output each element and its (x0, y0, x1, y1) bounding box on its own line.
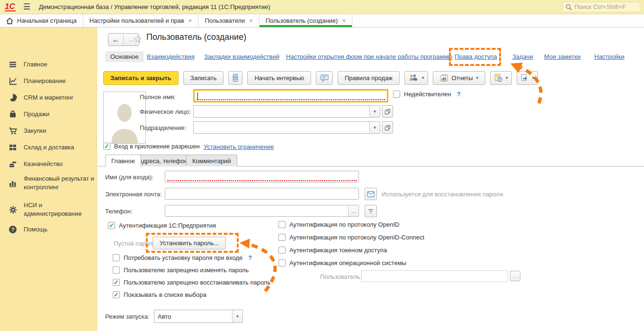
navlink-tasks[interactable]: Задачи (512, 53, 533, 60)
navlink-my-notes[interactable]: Мои заметки (544, 53, 581, 60)
scheduled-tasks-button[interactable]: ▾ (490, 71, 512, 85)
login-allowed-checkbox-row[interactable]: Вход в приложение разрешен (103, 143, 200, 150)
forbid-change-checkbox-row[interactable]: Пользователю запрещено изменять пароль (113, 267, 249, 274)
navlink-access-rights[interactable]: Права доступа (455, 53, 497, 60)
filter-lines-icon (367, 208, 374, 214)
sidebar-item-planning[interactable]: Планирование (0, 76, 97, 86)
help-question-icon[interactable]: ? (248, 254, 252, 261)
discussion-button[interactable] (316, 71, 333, 85)
tab-users[interactable]: Пользователи × (198, 14, 259, 27)
launch-mode-select[interactable]: Авто ▾ (154, 310, 243, 323)
sidebar-item-purchases[interactable]: Закупки (0, 126, 97, 136)
close-icon[interactable]: × (249, 17, 253, 24)
favorite-star-icon[interactable]: ☆ (133, 33, 143, 46)
navlink-settings[interactable]: Настройки (594, 53, 625, 60)
auth-1c-checkbox[interactable] (108, 222, 115, 229)
auth-token-checkbox[interactable] (278, 247, 286, 254)
tab-user-create[interactable]: Пользователь (создание) × (259, 14, 352, 27)
send-button[interactable]: ▾ (517, 71, 538, 85)
set-password-button[interactable]: Установить пароль... (152, 237, 226, 249)
os-user-input[interactable] (361, 270, 508, 282)
phone-type-button[interactable] (365, 205, 377, 217)
inner-tab-main[interactable]: Главное (105, 155, 141, 167)
back-button[interactable]: ← (108, 34, 124, 46)
auth-openid-checkbox-row[interactable]: Аутентификация по протоколу OpenID (278, 221, 399, 228)
menu-icon (8, 60, 18, 69)
login-allowed-checkbox[interactable] (103, 143, 110, 150)
global-search-input[interactable]: Поиск Ctrl+Shift+F (562, 2, 640, 12)
require-password-checkbox-row[interactable]: Потребовать установку пароля при входе ? (113, 254, 252, 261)
invalid-checkbox-row[interactable]: Недействителен ? (393, 91, 461, 98)
navlink-interactions[interactable]: Взаимодействия (147, 53, 195, 60)
sidebar-item-crm[interactable]: CRM и маркетинг (0, 93, 97, 102)
required-underline (167, 180, 357, 181)
tab-home[interactable]: Начальная страница (0, 14, 83, 27)
sidebar-item-warehouse[interactable]: Склад и доставка (0, 143, 97, 152)
inner-tab-comment[interactable]: Комментарий (186, 155, 237, 166)
person-input[interactable]: ▾ (193, 105, 380, 118)
forbid-recover-password-checkbox[interactable] (113, 279, 120, 286)
hamburger-menu-icon[interactable]: ☰ (23, 2, 30, 12)
navlink-form-open-settings[interactable]: Настройки открытия форм при начале работ… (286, 53, 452, 60)
ellipsis-button[interactable]: ... (348, 205, 358, 216)
person-open-button[interactable] (382, 105, 393, 118)
sidebar-item-main[interactable]: Главное (0, 60, 97, 69)
auth-os-checkbox[interactable] (278, 259, 286, 267)
reports-button[interactable]: Отчеты ▾ (433, 71, 485, 85)
email-input[interactable] (165, 188, 359, 200)
add-person-menu-button[interactable]: ▾ (404, 71, 428, 85)
bag-icon (8, 110, 18, 119)
sidebar-item-label: Склад и доставка (24, 143, 96, 152)
full-name-input[interactable] (193, 89, 388, 102)
person-label: Физическое лицо: (140, 108, 191, 115)
chevron-down-icon[interactable]: ▾ (369, 106, 380, 117)
sidebar-item-treasury[interactable]: Казначейство (0, 159, 97, 169)
forbid-change-password-checkbox[interactable] (113, 267, 120, 274)
send-email-button[interactable] (365, 188, 377, 200)
show-in-list-checkbox-row[interactable]: Показывать в списке выбора (113, 291, 206, 298)
auth-token-checkbox-row[interactable]: Аутентификация токеном доступа (278, 247, 387, 254)
sales-rules-button[interactable]: Правила продаж (338, 71, 400, 85)
phone-input[interactable]: ... (165, 205, 359, 217)
show-in-list-label: Показывать в списке выбора (124, 291, 206, 298)
navlink-interaction-bookmarks[interactable]: Закладки взаимодействий (204, 53, 279, 60)
sidebar-item-help[interactable]: ? Помощь (0, 225, 97, 234)
tab-label: Настройки пользователей и прав (89, 17, 184, 24)
envelope-icon (367, 191, 375, 197)
sidebar-item-finance[interactable]: Финансовый результат и контроллинг (0, 175, 97, 192)
set-restriction-link[interactable]: Установить ограничение (204, 143, 274, 150)
department-input[interactable]: ▾ (193, 121, 380, 134)
phone-label: Телефон: (105, 208, 133, 215)
invalid-checkbox[interactable] (393, 91, 400, 98)
save-button[interactable]: Записать (183, 71, 224, 85)
login-name-input[interactable] (165, 171, 359, 183)
save-and-close-button[interactable]: Записать и закрыть (103, 71, 179, 85)
close-icon[interactable]: × (188, 17, 192, 24)
inner-tabbar: Главное Адреса, телефоны Комментарий (97, 155, 644, 166)
auth-1c-checkbox-row[interactable]: Аутентификация 1С:Предприятия (108, 222, 216, 229)
start-interview-button[interactable]: Начать интервью (247, 71, 311, 85)
auth-openid-checkbox[interactable] (278, 221, 286, 228)
sidebar-item-admin[interactable]: НСИ и администрирование (0, 201, 97, 218)
help-question-icon[interactable]: ? (457, 91, 461, 98)
search-icon (565, 4, 572, 10)
window-tabbar: Начальная страница Настройки пользовател… (0, 14, 644, 28)
planning-icon (8, 76, 18, 86)
show-in-list-checkbox[interactable] (113, 291, 120, 298)
1c-logo-icon: 1С (5, 2, 16, 11)
os-user-select-button[interactable]: ... (510, 271, 520, 281)
auth-os-checkbox-row[interactable]: Аутентификация операционной системы (278, 259, 406, 267)
require-password-checkbox[interactable] (113, 254, 120, 261)
register-records-button[interactable] (228, 71, 242, 85)
sidebar-item-sales[interactable]: Продажи (0, 110, 97, 119)
forbid-recover-checkbox-row[interactable]: Пользователю запрещено восстанавливать п… (113, 279, 270, 286)
navlink-main[interactable]: Основное (105, 51, 144, 62)
chevron-down-icon[interactable]: ▾ (232, 310, 242, 322)
chevron-down-icon[interactable]: ▾ (369, 122, 380, 133)
chevron-down-icon: ▾ (532, 75, 535, 80)
close-icon[interactable]: × (342, 17, 346, 24)
tab-user-rights-settings[interactable]: Настройки пользователей и прав × (83, 14, 199, 27)
auth-openid-connect-checkbox[interactable] (278, 234, 286, 241)
department-open-button[interactable] (382, 121, 393, 134)
auth-openid-connect-checkbox-row[interactable]: Аутентификация по протоколу OpenID-Conne… (278, 234, 424, 241)
